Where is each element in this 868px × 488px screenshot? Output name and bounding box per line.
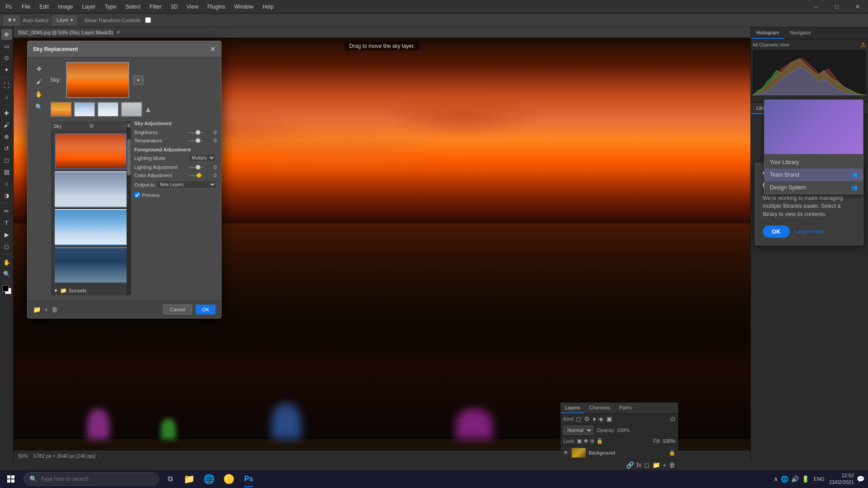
start-button[interactable]	[0, 470, 22, 488]
menu-3d[interactable]: 3D	[166, 0, 182, 13]
status-expand[interactable]: ›	[99, 453, 101, 459]
close-tab-button[interactable]: ✕	[116, 29, 120, 35]
path-select-tool[interactable]: ▶	[1, 229, 12, 240]
blend-mode-select[interactable]: Normal	[563, 426, 593, 435]
lock-pixels-icon[interactable]: ▣	[577, 438, 582, 444]
lock-artboard-icon[interactable]: ⊕	[590, 438, 594, 444]
color-adj-slider[interactable]	[189, 175, 203, 176]
magic-wand-tool[interactable]: ✦	[1, 64, 12, 75]
language-indicator[interactable]: ENG	[814, 476, 825, 482]
opacity-value[interactable]: 100%	[617, 427, 629, 433]
add-mask-btn[interactable]: ◻	[644, 461, 650, 469]
eyedropper-tool[interactable]: 𝒾	[1, 92, 12, 103]
show-transform-checkbox[interactable]	[145, 17, 151, 23]
tray-battery-icon[interactable]: 🔋	[802, 475, 809, 483]
sky-brush-tool[interactable]: 🖌	[34, 76, 44, 86]
menu-help[interactable]: Help	[258, 0, 278, 13]
zoom-tool[interactable]: 🔍	[1, 268, 12, 279]
sky-zoom-tool[interactable]: 🔍	[34, 102, 44, 112]
crop-tool[interactable]: ⛶	[1, 80, 12, 91]
sky-gallery-list[interactable]	[51, 131, 131, 285]
library-item-team-brand[interactable]: Team Brand 👥	[764, 169, 863, 181]
new-group-btn[interactable]: 📁	[652, 461, 660, 469]
tray-network-icon[interactable]: 🌐	[781, 475, 788, 483]
cancel-button[interactable]: Cancel	[163, 305, 192, 314]
lasso-tool[interactable]: ⊙	[1, 52, 12, 63]
sky-scroll-up[interactable]: ▲	[144, 105, 152, 114]
sky-sunsets-header[interactable]: ▼ 📁 Sunsets	[53, 287, 128, 294]
menu-plugins[interactable]: Plugins	[203, 0, 230, 13]
text-tool[interactable]: T	[1, 217, 12, 228]
footer-folder-icon[interactable]: 📁	[33, 306, 41, 313]
select-rect-tool[interactable]: ▭	[1, 41, 12, 52]
taskbar-photoshop[interactable]: Ps	[239, 470, 259, 488]
new-layer-btn[interactable]: +	[663, 461, 666, 469]
menu-edit[interactable]: Edit	[35, 0, 53, 13]
filter-smart-icon[interactable]: ◈	[599, 415, 604, 422]
taskbar-file-explorer[interactable]: 📁	[179, 470, 199, 488]
layer-row-background[interactable]: 👁 Background 🔒	[561, 446, 678, 460]
menu-window[interactable]: Window	[230, 0, 258, 13]
sky-dialog-close-button[interactable]: ✕	[210, 45, 216, 53]
preview-checkbox[interactable]	[134, 192, 140, 198]
library-item-design-system[interactable]: Design System 👥	[764, 181, 863, 194]
hand-tool[interactable]: ✋	[1, 257, 12, 267]
sky-thumb-2[interactable]	[74, 102, 95, 117]
shape-tool[interactable]: ◻	[1, 241, 12, 252]
lighting-adj-slider[interactable]	[189, 167, 203, 168]
add-style-btn[interactable]: fx	[637, 461, 642, 469]
sky-gallery-item-3[interactable]	[55, 209, 127, 245]
close-button[interactable]: ✕	[847, 0, 868, 14]
maximize-button[interactable]: □	[826, 0, 847, 14]
footer-delete-icon[interactable]: 🗑	[52, 306, 58, 313]
tab-navigator[interactable]: Navigator	[784, 27, 816, 39]
sky-hand-tool[interactable]: ✋	[34, 89, 44, 99]
lighting-adj-thumb[interactable]	[196, 165, 200, 169]
sky-thumb-1[interactable]	[50, 102, 72, 117]
tab-channels[interactable]: Channels	[585, 403, 614, 413]
dodge-tool[interactable]: ◑	[1, 190, 12, 201]
menu-type[interactable]: Type	[100, 0, 121, 13]
delete-layer-btn[interactable]: 🗑	[669, 461, 675, 469]
lock-all-icon[interactable]: 🔒	[596, 438, 603, 444]
sky-gallery-item-4[interactable]	[55, 247, 127, 283]
lighting-mode-select[interactable]: Multiply Screen	[189, 154, 216, 162]
brush-tool[interactable]: 🖌	[1, 119, 12, 130]
history-brush-tool[interactable]: ↺	[1, 143, 12, 154]
temperature-thumb[interactable]	[196, 138, 200, 143]
sky-settings-icon[interactable]: ⚙	[89, 123, 94, 129]
heal-tool[interactable]: ✚	[1, 108, 12, 118]
eraser-tool[interactable]: ◻	[1, 155, 12, 165]
color-adj-thumb[interactable]	[197, 173, 201, 178]
menu-view[interactable]: View	[182, 0, 203, 13]
minimize-button[interactable]: ─	[806, 0, 826, 14]
gallery-scrollbar[interactable]: ▲	[127, 121, 131, 296]
sky-select-button[interactable]: ▾	[133, 75, 144, 85]
gradient-tool[interactable]: ▨	[1, 166, 12, 177]
notification-icon[interactable]: 💬	[857, 475, 864, 483]
filter-toggle[interactable]: ⊙	[670, 415, 675, 422]
sky-move-tool[interactable]: ✥	[34, 64, 44, 74]
temperature-slider[interactable]	[189, 140, 203, 141]
tray-volume-icon[interactable]: 🔊	[791, 475, 799, 483]
menu-layer[interactable]: Layer	[77, 0, 100, 13]
blur-tool[interactable]: ○	[1, 178, 12, 189]
output-select[interactable]: New Layers Duplicate Layer	[156, 181, 217, 188]
search-input[interactable]	[41, 476, 131, 482]
ok-button[interactable]: OK	[196, 305, 216, 314]
sky-thumb-3[interactable]	[97, 102, 119, 117]
sky-thumb-4[interactable]	[121, 102, 142, 117]
menu-select[interactable]: Select	[121, 0, 145, 13]
taskbar-task-view[interactable]: ⧉	[161, 470, 179, 488]
library-learn-more-button[interactable]: Learn more	[794, 228, 824, 235]
fill-value[interactable]: 100%	[663, 438, 675, 444]
library-item-your[interactable]: Your Library	[764, 156, 863, 169]
clone-tool[interactable]: ⊕	[1, 131, 12, 142]
menu-filter[interactable]: Filter	[145, 0, 166, 13]
pen-tool[interactable]: ✏	[1, 206, 12, 216]
tab-histogram[interactable]: Histogram	[751, 27, 784, 39]
menu-image[interactable]: Image	[53, 0, 77, 13]
layer-visibility-icon[interactable]: 👁	[563, 450, 569, 456]
filter-kind-icon[interactable]: ◻	[576, 415, 581, 422]
move-options[interactable]: ✥ ▾	[4, 15, 20, 25]
